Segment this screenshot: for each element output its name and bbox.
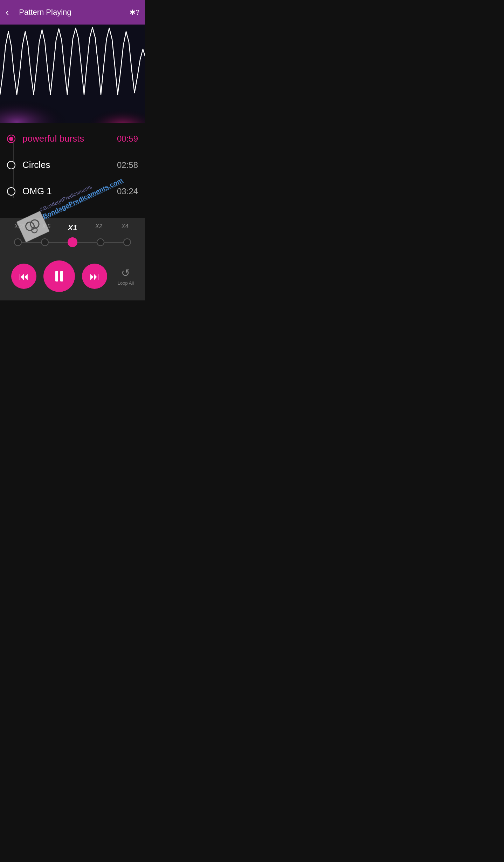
playlist-item[interactable]: powerful bursts 00:59 (0, 123, 145, 152)
next-button[interactable]: ⏭ (82, 264, 107, 289)
track-duration: 03:24 (117, 186, 138, 196)
loop-button[interactable]: ↺ Loop All (118, 267, 134, 286)
pause-bar-left (55, 271, 58, 281)
speed-dot-x25[interactable] (14, 238, 22, 246)
speed-dot-x4[interactable] (123, 238, 131, 246)
speed-dot-x1[interactable] (68, 237, 77, 247)
speed-label-x4[interactable]: X4 (112, 223, 138, 232)
prev-button[interactable]: ⏮ (11, 264, 36, 289)
track-name: powerful bursts (22, 133, 117, 144)
speed-control: X.25 X.5 X1 X2 X4 (0, 218, 145, 255)
playlist-item[interactable]: Circles 02:58 (0, 152, 145, 178)
pause-icon (55, 271, 63, 281)
waveform-display (0, 25, 145, 123)
pause-button[interactable] (43, 260, 75, 292)
speed-label-x25[interactable]: X.25 (7, 223, 33, 232)
playlist-container: powerful bursts 00:59 Circles 02:58 OMG … (0, 123, 145, 218)
pause-bar-right (60, 271, 63, 281)
track-name: OMG 1 (22, 186, 117, 197)
loop-label: Loop All (118, 280, 134, 286)
radio-button-active[interactable] (7, 135, 15, 143)
loop-icon: ↺ (121, 267, 130, 279)
speed-label-x2[interactable]: X2 (85, 223, 112, 232)
waveform-svg (0, 25, 145, 123)
speed-dot-x2[interactable] (97, 238, 104, 246)
prev-icon: ⏮ (19, 271, 29, 282)
playback-controls: ⏮ ⏭ ↺ Loop All (0, 255, 145, 300)
next-icon: ⏭ (90, 271, 99, 282)
app-header: ‹ Pattern Playing ✱? (0, 0, 145, 25)
header-right: ✱? (130, 8, 139, 16)
speed-labels: X.25 X.5 X1 X2 X4 (7, 223, 138, 232)
speed-dot-x5[interactable] (41, 238, 49, 246)
back-button[interactable]: ‹ (6, 7, 9, 18)
track-name: Circles (22, 159, 117, 170)
speed-label-x5[interactable]: X.5 (33, 223, 60, 232)
radio-button[interactable] (7, 187, 15, 196)
bluetooth-icon[interactable]: ✱? (130, 8, 139, 16)
track-duration: 00:59 (117, 134, 138, 144)
playlist-item[interactable]: OMG 1 03:24 (0, 178, 145, 218)
speed-track (7, 235, 138, 249)
speed-label-x1[interactable]: X1 (60, 223, 86, 232)
radio-button[interactable] (7, 161, 15, 169)
header-divider (13, 6, 13, 19)
page-title: Pattern Playing (19, 8, 130, 17)
track-duration: 02:58 (117, 160, 138, 170)
